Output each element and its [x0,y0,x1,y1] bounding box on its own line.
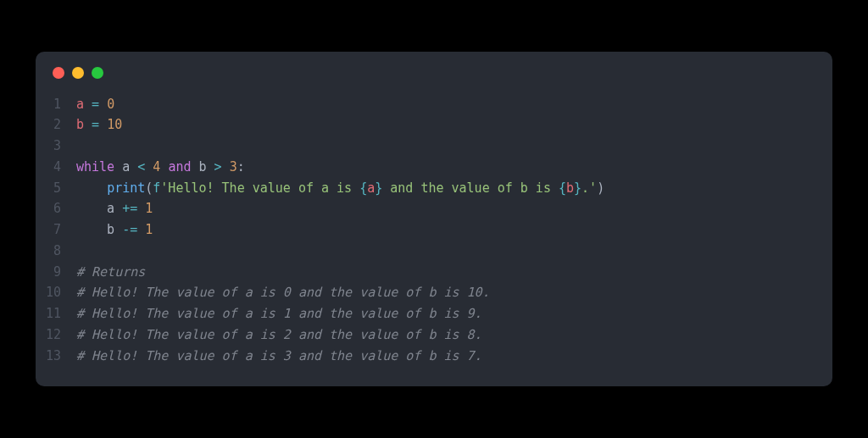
code-line: 8 [36,241,832,262]
code-line: 3 [36,136,832,157]
maximize-icon[interactable] [92,67,103,79]
code-token: while [76,159,114,175]
code-token [99,97,107,112]
code-window: 1a = 02b = 103 4while a < 4 and b > 3:5 … [36,52,832,387]
line-content: # Hello! The value of a is 1 and the val… [76,303,832,324]
code-token [137,222,145,237]
code-token: += [122,201,137,216]
code-token: 0 [107,97,114,112]
code-token [99,117,107,132]
code-token: b [76,222,122,237]
code-token: 10 [107,117,122,132]
code-token: print [107,180,145,196]
code-token [222,159,230,175]
code-line: 5 print(f'Hello! The value of a is {a} a… [36,178,832,199]
code-token: b [566,180,574,196]
code-token: ( [145,180,153,196]
line-content: while a < 4 and b > 3: [76,157,832,178]
line-number: 1 [36,94,76,115]
code-token: { [559,180,566,196]
line-number: 5 [36,178,76,199]
code-token: a [114,159,137,175]
line-number: 10 [36,282,76,303]
line-number: 8 [36,241,76,262]
code-token: -= [122,222,137,237]
line-number: 3 [36,136,76,157]
code-token: and [168,159,191,175]
code-token: } [375,180,382,196]
code-line: 4while a < 4 and b > 3: [36,157,832,178]
code-token: 3 [230,159,237,175]
code-line: 7 b -= 1 [36,219,832,241]
line-content [76,136,832,157]
line-number: 9 [36,262,76,283]
line-number: 4 [36,157,76,178]
code-token: < [137,159,145,175]
code-token: b [76,117,92,132]
code-line: 13# Hello! The value of a is 3 and the v… [36,346,832,367]
code-line: 6 a += 1 [36,198,832,219]
code-token: a [76,97,92,112]
code-token: 1 [145,201,153,216]
code-token: f [153,180,160,196]
code-token [76,180,107,196]
code-token [145,159,153,175]
code-line: 1a = 0 [36,94,832,115]
titlebar [36,52,832,87]
code-token: # Hello! The value of a is 2 and the val… [76,327,482,342]
code-token: and the value of b is [382,180,559,196]
code-line: 10# Hello! The value of a is 0 and the v… [36,282,832,303]
line-content: # Hello! The value of a is 0 and the val… [76,282,832,303]
code-line: 2b = 10 [36,114,832,136]
line-content: # Hello! The value of a is 3 and the val… [76,346,832,367]
code-token: a [76,201,122,216]
code-token: b [191,159,214,175]
code-token: .' [581,180,597,196]
line-content: a = 0 [76,94,832,115]
line-content: # Hello! The value of a is 2 and the val… [76,324,832,346]
code-token: ) [597,180,604,196]
code-line: 9# Returns [36,262,832,283]
code-token [137,201,145,216]
line-content: print(f'Hello! The value of a is {a} and… [76,178,832,199]
code-token: a [367,180,375,196]
line-number: 7 [36,219,76,241]
code-line: 12# Hello! The value of a is 2 and the v… [36,324,832,346]
line-number: 13 [36,346,76,367]
code-token: # Hello! The value of a is 3 and the val… [76,348,482,363]
code-token: 'Hello! The value of a is [160,180,359,196]
code-token: > [214,159,222,175]
code-token: } [574,180,581,196]
code-token: = [92,97,99,112]
line-content: a += 1 [76,198,832,219]
line-number: 11 [36,303,76,324]
close-icon[interactable] [53,67,64,79]
code-line: 11# Hello! The value of a is 1 and the v… [36,303,832,324]
line-number: 12 [36,324,76,346]
code-editor[interactable]: 1a = 02b = 103 4while a < 4 and b > 3:5 … [36,87,832,387]
minimize-icon[interactable] [72,67,84,79]
line-content: b = 10 [76,114,832,136]
code-token: # Hello! The value of a is 0 and the val… [76,285,490,300]
code-token: 4 [153,159,160,175]
code-token: # Returns [76,264,145,280]
code-token: : [237,159,245,175]
code-token: 1 [145,222,153,237]
code-token: { [359,180,367,196]
line-content: # Returns [76,262,832,283]
line-number: 2 [36,114,76,136]
line-content [76,241,832,262]
code-token: = [92,117,99,132]
line-content: b -= 1 [76,219,832,241]
line-number: 6 [36,198,76,219]
code-token: # Hello! The value of a is 1 and the val… [76,306,482,321]
